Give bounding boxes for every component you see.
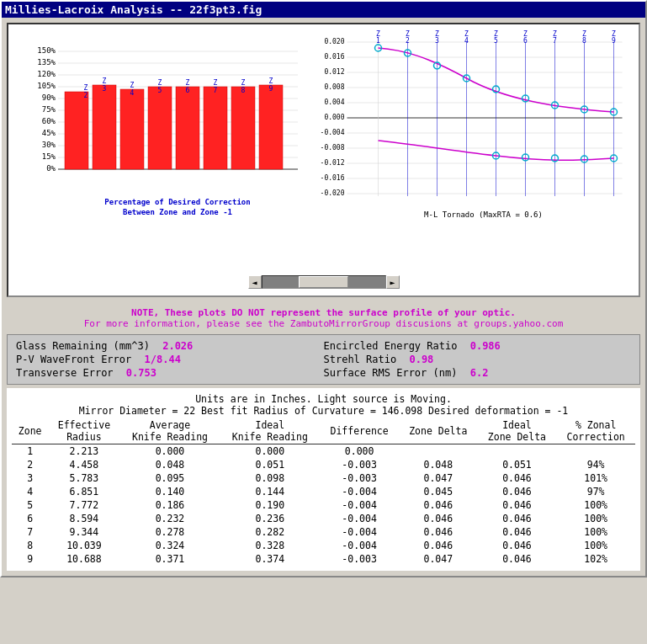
table-cell: 0.098 [220, 471, 320, 485]
table-cell: 8 [12, 539, 48, 552]
svg-rect-24 [65, 92, 88, 169]
table-cell: 0.047 [399, 552, 478, 566]
svg-text:-0.020: -0.020 [321, 189, 345, 197]
table-cell: 0.278 [120, 525, 220, 539]
table-cell: 6.851 [48, 485, 119, 498]
table-cell: 0.324 [120, 539, 220, 552]
table-cell: -0.003 [320, 471, 399, 485]
table-cell [556, 444, 635, 459]
svg-text:4: 4 [464, 37, 469, 45]
note-area: NOTE, These plots DO NOT represent the s… [2, 302, 645, 334]
svg-text:3: 3 [103, 85, 107, 93]
transverse-label: Transverse Error [16, 367, 114, 379]
scrollbar[interactable]: ◄ ► [248, 275, 400, 289]
table-cell: 0.000 [120, 444, 220, 459]
table-body: 12.2130.0000.0000.00024.4580.0480.051-0.… [12, 444, 635, 567]
bar-chart-container: 150% 135% 120% 105% 90% 75% 60% 45% 30% … [12, 28, 306, 272]
table-cell: 10.039 [48, 539, 119, 552]
strehl-row: Strehl Ratio 0.98 [324, 354, 632, 365]
table-cell: 100% [556, 498, 635, 512]
svg-text:75%: 75% [42, 105, 56, 114]
glass-remaining-label: Glass Remaining (mm^3) [16, 340, 150, 352]
table-row: 810.0390.3240.328-0.0040.0460.046100% [12, 539, 635, 552]
table-cell: 100% [556, 512, 635, 525]
svg-text:Z: Z [241, 79, 246, 87]
scroll-track[interactable] [262, 275, 386, 289]
table-cell: -0.004 [320, 512, 399, 525]
table-cell: 0.046 [478, 471, 557, 485]
scroll-right-button[interactable]: ► [386, 275, 400, 289]
title-bar: Millies-Lacroix Analysis -- 22f3pt3.fig [2, 2, 645, 18]
scroll-thumb[interactable] [299, 276, 347, 288]
surface-rms-value: 6.2 [470, 367, 489, 379]
strehl-label: Strehl Ratio [324, 354, 397, 365]
table-cell [399, 444, 478, 459]
svg-text:0%: 0% [46, 164, 56, 173]
svg-text:45%: 45% [42, 129, 56, 137]
table-cell: 0.000 [320, 444, 399, 459]
svg-text:Between Zone and Zone -1: Between Zone and Zone -1 [123, 208, 232, 216]
table-cell: 100% [556, 539, 635, 552]
table-cell: 0.046 [399, 512, 478, 525]
table-row: 24.4580.0480.051-0.0030.0480.05194% [12, 458, 635, 471]
table-cell: 0.046 [399, 539, 478, 552]
col-difference: Difference [320, 418, 399, 444]
table-cell: 0.046 [478, 498, 557, 512]
svg-text:30%: 30% [42, 141, 56, 149]
svg-text:-0.012: -0.012 [321, 159, 345, 167]
svg-text:6: 6 [186, 87, 190, 94]
col-avg-knife: AverageKnife Reading [120, 418, 220, 444]
table-cell: 0.144 [220, 485, 320, 498]
table-cell: -0.003 [320, 458, 399, 471]
table-cell: 3 [12, 471, 48, 485]
table-cell: 100% [556, 525, 635, 539]
table-row: 12.2130.0000.0000.000 [12, 444, 635, 459]
table-cell: 4.458 [48, 458, 119, 471]
table-cell: 5.783 [48, 471, 119, 485]
svg-text:5: 5 [494, 37, 498, 45]
note-line1: NOTE, These plots DO NOT represent the s… [5, 307, 642, 318]
table-row: 35.7830.0950.098-0.0030.0470.046101% [12, 471, 635, 485]
table-row: 57.7720.1860.190-0.0040.0460.046100% [12, 498, 635, 512]
table-cell: 0.051 [220, 458, 320, 471]
col-ideal-zone-delta: IdealZone Delta [478, 418, 557, 444]
table-row: 46.8510.1400.144-0.0040.0450.04697% [12, 485, 635, 498]
svg-text:0.004: 0.004 [324, 98, 344, 106]
table-cell: 0.371 [120, 552, 220, 566]
svg-text:-0.008: -0.008 [321, 144, 345, 152]
table-cell: 0.190 [220, 498, 320, 512]
table-cell: 102% [556, 552, 635, 566]
svg-text:4: 4 [130, 89, 135, 97]
svg-text:Z: Z [158, 79, 162, 87]
svg-text:8: 8 [582, 37, 586, 45]
table-cell: 7.772 [48, 498, 119, 512]
table-cell: 0.046 [478, 552, 557, 566]
note-line2: For more information, please see the Zam… [5, 318, 642, 329]
svg-text:90%: 90% [42, 93, 56, 102]
table-info-line2: Mirror Diameter = 22 Best fit Radius of … [12, 405, 635, 417]
table-cell: 0.051 [478, 458, 557, 471]
table-cell: 0.046 [399, 498, 478, 512]
svg-text:-0.016: -0.016 [321, 174, 345, 182]
surface-rms-row: Surface RMS Error (nm) 6.2 [324, 367, 632, 379]
col-effective-radius: EffectiveRadius [48, 418, 119, 444]
table-cell: 0.046 [478, 485, 557, 498]
scroll-left-button[interactable]: ◄ [248, 275, 262, 289]
table-cell: 101% [556, 471, 635, 485]
table-cell: 8.594 [48, 512, 119, 525]
table-cell: 0.374 [220, 552, 320, 566]
table-cell: 0.236 [220, 512, 320, 525]
table-cell: 97% [556, 485, 635, 498]
table-cell: 2 [12, 458, 48, 471]
surface-rms-label: Surface RMS Error (nm) [324, 367, 458, 379]
transverse-value: 0.753 [126, 367, 156, 379]
svg-text:15%: 15% [42, 152, 56, 161]
svg-text:3: 3 [435, 37, 439, 45]
data-table: Zone EffectiveRadius AverageKnife Readin… [12, 418, 635, 566]
svg-text:0.016: 0.016 [324, 53, 344, 61]
table-cell: 0.232 [120, 512, 220, 525]
svg-text:Z: Z [269, 77, 273, 85]
svg-text:Z: Z [84, 84, 88, 92]
table-cell: 0.045 [399, 485, 478, 498]
svg-text:0.012: 0.012 [324, 68, 344, 76]
